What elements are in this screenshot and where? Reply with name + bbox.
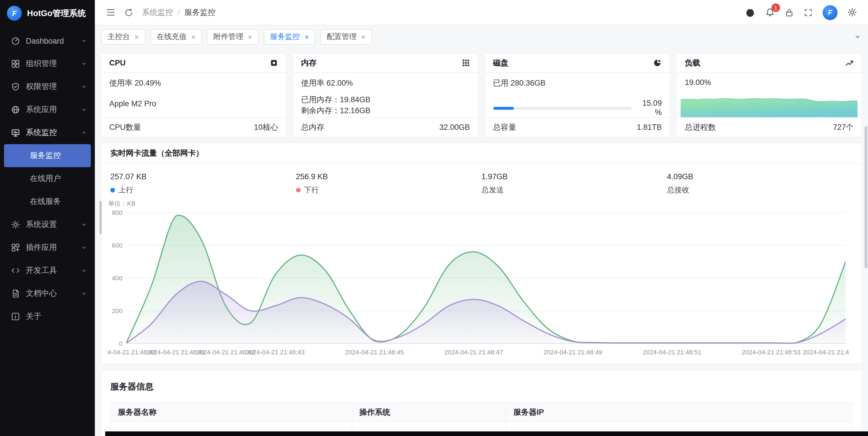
traffic-stat-total-received: 4.09GB 总接收 bbox=[667, 172, 853, 195]
svg-text:400: 400 bbox=[112, 275, 122, 282]
sidebar-item-system-app[interactable]: 系统应用 bbox=[0, 98, 95, 121]
sidebar-item-dashboard[interactable]: Dashboard bbox=[0, 29, 95, 52]
breadcrumb-parent[interactable]: 系统监控 bbox=[142, 7, 173, 18]
vertical-scrollbar-thumb[interactable] bbox=[865, 126, 867, 268]
svg-text:2024-04-21 21:48:45: 2024-04-21 21:48:45 bbox=[345, 349, 404, 356]
disk-progress-fill bbox=[493, 106, 514, 109]
legend-dot-down bbox=[296, 188, 301, 193]
traffic-stats-row: 257.07 KB 上行 256.9 KB 下行 1.97GB 总发送 4.09… bbox=[101, 164, 862, 197]
svg-text:800: 800 bbox=[112, 209, 122, 216]
breadcrumb: 系统监控 / 服务监控 bbox=[142, 7, 216, 18]
traffic-stat-down: 256.9 KB 下行 bbox=[296, 172, 482, 195]
cpu-card: CPU 使用率 20.49% Apple M2 Pro CPU数量 10核心 bbox=[101, 53, 287, 137]
svg-text:0: 0 bbox=[119, 340, 122, 347]
svg-text:2024-04-21 21:48:49: 2024-04-21 21:48:49 bbox=[544, 349, 602, 356]
memory-grid-icon bbox=[461, 59, 470, 67]
cpu-chip-icon bbox=[270, 59, 278, 67]
cpu-model-text: Apple M2 Pro bbox=[109, 99, 278, 108]
traffic-area-chart: 0200400600800单位：KB2024-04-21 21:48:40202… bbox=[101, 197, 862, 364]
shield-icon bbox=[11, 82, 20, 91]
sidebar-item-about[interactable]: 关于 bbox=[0, 305, 95, 328]
memory-free-text: 剩余内存：12.16GB bbox=[301, 105, 470, 116]
tab-service-monitor[interactable]: 服务监控× bbox=[264, 29, 315, 44]
traffic-stat-total-sent: 1.97GB 总发送 bbox=[482, 172, 667, 195]
disk-card: 磁盘 已用 280.36GB 15.09 % bbox=[484, 53, 671, 137]
sidebar-item-system-monitor[interactable]: 系统监控 bbox=[0, 121, 95, 144]
sidebar-item-docs[interactable]: 文档中心 bbox=[0, 282, 95, 305]
tab-attachment[interactable]: 附件管理× bbox=[207, 29, 258, 44]
github-icon[interactable] bbox=[745, 7, 755, 18]
scrollbar-thumb[interactable] bbox=[99, 201, 102, 234]
column-server-name: 服务器名称 bbox=[111, 402, 352, 422]
app-window: F HotGo管理系统 Dashboard 组织管理 权限管理 系统应用 bbox=[0, 0, 868, 436]
gear-icon bbox=[11, 220, 20, 229]
memory-card: 内存 使用率 62.00% 已用内存：19.84GB 剩余内存：12.16GB … bbox=[292, 53, 479, 137]
close-icon[interactable]: × bbox=[248, 33, 252, 40]
tab-online-recharge[interactable]: 在线充值× bbox=[150, 29, 202, 44]
chevron-down-icon bbox=[81, 290, 87, 297]
load-footer-value: 727个 bbox=[833, 122, 854, 132]
svg-text:单位：KB: 单位：KB bbox=[108, 200, 135, 207]
svg-text:2024-04-21 21:48:43: 2024-04-21 21:48:43 bbox=[246, 349, 305, 356]
legend-dot-up bbox=[111, 188, 115, 193]
logo[interactable]: F HotGo管理系统 bbox=[0, 0, 95, 26]
sidebar-item-permission[interactable]: 权限管理 bbox=[0, 75, 95, 98]
breadcrumb-current: 服务监控 bbox=[185, 7, 216, 18]
disk-progress-bar bbox=[493, 106, 632, 109]
close-icon[interactable]: × bbox=[191, 33, 195, 40]
sidebar-item-online-users[interactable]: 在线用户 bbox=[4, 167, 91, 190]
collapse-sidebar-icon[interactable] bbox=[106, 7, 116, 17]
code-icon bbox=[11, 266, 20, 275]
document-icon bbox=[11, 289, 20, 298]
monitor-icon bbox=[11, 128, 20, 137]
stat-cards-row: CPU 使用率 20.49% Apple M2 Pro CPU数量 10核心 内… bbox=[101, 53, 862, 137]
svg-text:200: 200 bbox=[112, 307, 122, 314]
settings-gear-icon[interactable] bbox=[847, 7, 857, 17]
breadcrumb-separator: / bbox=[178, 8, 180, 16]
load-card-title: 负载 bbox=[685, 58, 701, 68]
notifications-bell-icon[interactable]: 1 bbox=[765, 7, 775, 17]
disk-card-title: 磁盘 bbox=[493, 58, 508, 68]
chevron-down-icon bbox=[81, 106, 87, 113]
user-avatar[interactable]: F bbox=[823, 5, 838, 20]
memory-usage-text: 使用率 62.00% bbox=[301, 78, 470, 89]
server-table: 服务器名称 操作系统 服务器IP mengshuaideMBP darwin 1… bbox=[111, 402, 852, 436]
sidebar-menu: Dashboard 组织管理 权限管理 系统应用 系统监控 bbox=[0, 26, 95, 436]
tabs-dropdown-chevron-icon[interactable] bbox=[854, 33, 862, 41]
lock-icon[interactable] bbox=[785, 8, 794, 17]
refresh-icon[interactable] bbox=[124, 8, 133, 17]
tab-console[interactable]: 主控台× bbox=[101, 29, 145, 44]
disk-percent-label: 15.09 % bbox=[638, 99, 662, 117]
cpu-usage-text: 使用率 20.49% bbox=[109, 78, 278, 89]
sidebar: F HotGo管理系统 Dashboard 组织管理 权限管理 系统应用 bbox=[0, 0, 95, 436]
sidebar-item-org-management[interactable]: 组织管理 bbox=[0, 52, 95, 75]
load-footer-label: 总进程数 bbox=[685, 122, 716, 132]
traffic-card-title: 实时网卡流量（全部网卡） bbox=[101, 143, 862, 164]
load-card: 负载 19.00% 总进程数 727个 bbox=[676, 53, 863, 137]
chevron-down-icon bbox=[81, 244, 87, 251]
horizontal-scrollbar[interactable] bbox=[105, 431, 868, 436]
chevron-down-icon bbox=[81, 60, 87, 67]
org-grid-icon bbox=[11, 59, 20, 68]
server-info-title: 服务器信息 bbox=[111, 381, 852, 392]
disk-footer-label: 总容量 bbox=[493, 122, 516, 132]
sidebar-item-online-services[interactable]: 在线服务 bbox=[4, 190, 91, 213]
sidebar-item-dev-tools[interactable]: 开发工具 bbox=[0, 259, 95, 282]
sidebar-item-service-monitor[interactable]: 服务监控 bbox=[4, 144, 91, 167]
memory-footer-value: 32.00GB bbox=[439, 123, 470, 132]
cpu-footer-label: CPU数量 bbox=[109, 122, 141, 132]
close-icon[interactable]: × bbox=[134, 33, 139, 40]
tab-config[interactable]: 配置管理× bbox=[320, 29, 372, 44]
notification-badge: 1 bbox=[771, 3, 780, 12]
sidebar-item-system-settings[interactable]: 系统设置 bbox=[0, 213, 95, 236]
chevron-down-icon bbox=[81, 221, 87, 228]
svg-text:600: 600 bbox=[112, 242, 122, 249]
fullscreen-icon[interactable] bbox=[804, 8, 813, 17]
tabs-bar: 主控台× 在线充值× 附件管理× 服务监控× 配置管理× bbox=[95, 25, 868, 48]
svg-text:2024-04-21 21:48:47: 2024-04-21 21:48:47 bbox=[444, 349, 503, 356]
close-icon[interactable]: × bbox=[361, 33, 366, 40]
memory-footer-label: 总内存 bbox=[301, 122, 324, 132]
close-icon[interactable]: × bbox=[305, 33, 309, 40]
header-actions: 1 F bbox=[745, 5, 857, 20]
sidebar-item-plugins[interactable]: 插件应用 bbox=[0, 236, 95, 259]
